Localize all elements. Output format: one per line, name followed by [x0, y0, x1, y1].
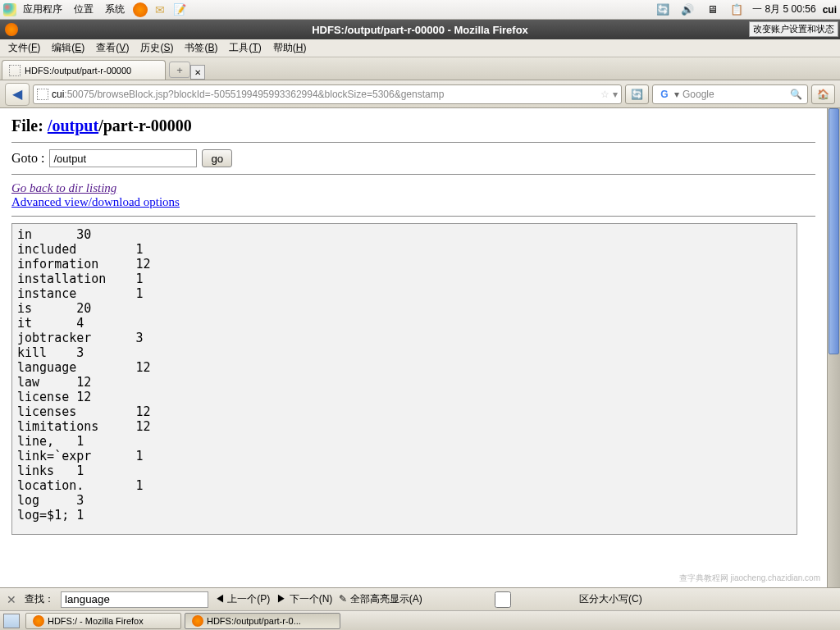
- site-icon: [37, 89, 48, 100]
- goto-label: Goto :: [11, 151, 44, 166]
- window-title: HDFS:/output/part-r-00000 - Mozilla Fire…: [312, 24, 528, 36]
- menu-f[interactable]: 文件(F): [3, 39, 45, 57]
- advanced-view-link[interactable]: Advanced view/download options: [11, 195, 180, 208]
- clock[interactable]: 一 8月 5 00:56: [752, 2, 815, 16]
- highlight-all-button[interactable]: ✎ 全部高亮显示(A): [339, 592, 422, 606]
- new-tab-button[interactable]: +: [169, 62, 190, 78]
- taskbar-button-2[interactable]: HDFS:/output/part-r-0...: [185, 613, 340, 629]
- menu-s[interactable]: 历史(S): [135, 39, 178, 57]
- match-case-checkbox[interactable]: 区分大小写(C): [429, 591, 642, 608]
- find-next-button[interactable]: ▶ 下一个(N): [276, 592, 332, 606]
- watermark: 查字典教程网 jiaocheng.chazidian.com: [678, 573, 822, 584]
- menu-places[interactable]: 位置: [69, 1, 98, 18]
- file-heading: File: /output/part-r-00000: [11, 116, 815, 135]
- menu-v[interactable]: 查看(V): [91, 39, 134, 57]
- tab-close-button[interactable]: ✕: [190, 65, 205, 80]
- firefox-icon: [192, 615, 203, 627]
- menu-apps[interactable]: 应用程序: [18, 1, 67, 18]
- apps-icon[interactable]: [3, 3, 16, 16]
- binoculars-icon[interactable]: 🔍: [790, 89, 802, 100]
- findbar-label: 查找：: [25, 592, 54, 606]
- menu-t[interactable]: 工具(T): [224, 39, 266, 57]
- dropdown-icon[interactable]: ▾: [613, 89, 618, 100]
- go-button[interactable]: go: [202, 149, 232, 167]
- window-titlebar[interactable]: HDFS:/output/part-r-00000 - Mozilla Fire…: [0, 20, 840, 39]
- show-desktop-icon[interactable]: [3, 614, 20, 628]
- update-icon[interactable]: [654, 1, 672, 19]
- vertical-scrollbar[interactable]: [827, 108, 840, 587]
- menu-b[interactable]: 书签(B): [180, 39, 222, 57]
- menu-system[interactable]: 系统: [100, 1, 130, 18]
- back-button[interactable]: [5, 83, 30, 106]
- findbar-input[interactable]: [61, 591, 208, 608]
- findbar-close-icon[interactable]: ✕: [5, 593, 18, 606]
- page-content: File: /output/part-r-00000 Goto : go Go …: [0, 108, 827, 587]
- sound-icon[interactable]: [678, 1, 696, 19]
- page-icon: [9, 65, 21, 76]
- firefox-icon: [5, 23, 18, 36]
- url-bar[interactable]: cui:50075/browseBlock.jsp?blockId=-50551…: [33, 84, 622, 104]
- back-to-dir-link[interactable]: Go back to dir listing: [11, 181, 116, 194]
- firefox-icon: [33, 615, 44, 627]
- file-content-box[interactable]: in 30 included 1 information 12 installa…: [11, 223, 797, 535]
- taskbar-button-1[interactable]: HDFS:/ - Mozilla Firefox: [25, 613, 181, 629]
- home-button[interactable]: 🏠: [811, 84, 835, 104]
- clipboard-icon[interactable]: [728, 1, 746, 19]
- search-placeholder: Google: [682, 89, 714, 100]
- output-dir-link[interactable]: /output: [48, 116, 98, 135]
- menu-h[interactable]: 帮助(H): [268, 39, 312, 57]
- goto-input[interactable]: [49, 149, 197, 167]
- network-icon[interactable]: [703, 1, 721, 19]
- user-menu[interactable]: cui: [823, 4, 837, 16]
- mail-icon[interactable]: [151, 1, 169, 19]
- tab-title: HDFS:/output/part-r-00000: [25, 66, 131, 75]
- change-account-button[interactable]: 改变账户设置和状态: [749, 21, 838, 37]
- reload-button[interactable]: 🔄: [625, 84, 649, 104]
- google-icon: G: [658, 88, 671, 101]
- notes-icon[interactable]: [171, 1, 189, 19]
- bookmark-star-icon[interactable]: ☆: [600, 89, 609, 100]
- find-prev-button[interactable]: ◀ 上一个(P): [215, 592, 270, 606]
- browser-tab[interactable]: HDFS:/output/part-r-00000: [2, 60, 166, 80]
- firefox-menubar: 文件(F)编辑(E)查看(V)历史(S)书签(B)工具(T)帮助(H): [0, 39, 840, 57]
- search-box[interactable]: G ▾ Google 🔍: [652, 84, 808, 104]
- menu-e[interactable]: 编辑(E): [47, 39, 89, 57]
- firefox-launcher-icon[interactable]: [131, 1, 149, 19]
- scrollbar-thumb[interactable]: [829, 108, 839, 354]
